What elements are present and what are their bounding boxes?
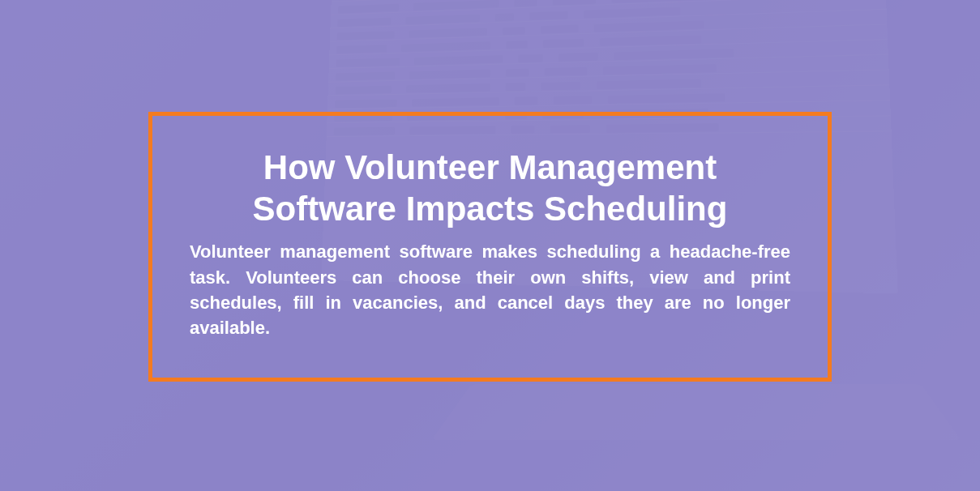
content-frame: How Volunteer Management Software Impact… (148, 112, 832, 382)
main-heading: How Volunteer Management Software Impact… (190, 147, 790, 229)
body-paragraph: Volunteer management software makes sche… (190, 239, 790, 340)
